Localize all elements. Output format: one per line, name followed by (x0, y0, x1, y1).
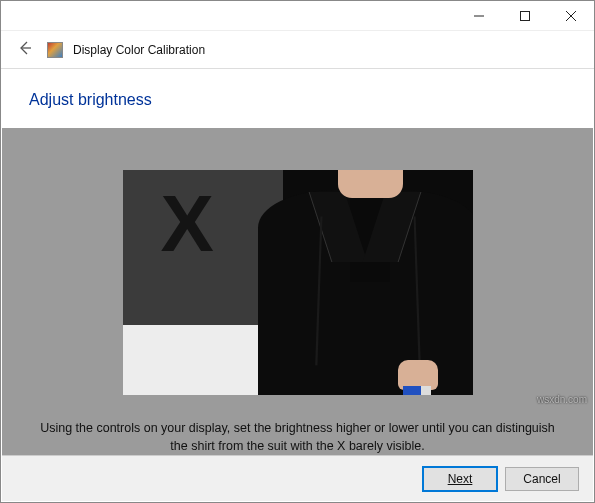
header-bar: Display Color Calibration (1, 31, 594, 69)
background-x-letter: X (161, 178, 210, 270)
window-titlebar (1, 1, 594, 31)
cancel-button[interactable]: Cancel (505, 467, 579, 491)
minimize-button[interactable] (456, 1, 502, 30)
suit-figure (248, 170, 473, 395)
back-arrow-icon[interactable] (13, 38, 37, 62)
content-area: Adjust brightness (1, 69, 594, 109)
svg-rect-1 (521, 11, 530, 20)
watermark-text: wsxdn.com (537, 394, 587, 405)
app-icon (47, 42, 63, 58)
next-button[interactable]: Next (423, 467, 497, 491)
close-button[interactable] (548, 1, 594, 30)
calibration-panel: X Using the controls on your display, se… (2, 128, 593, 455)
cancel-button-label: Cancel (523, 472, 560, 486)
maximize-button[interactable] (502, 1, 548, 30)
footer-bar: Next Cancel (2, 455, 593, 501)
calibration-sample-image: X (123, 170, 473, 395)
next-button-label: Next (448, 472, 473, 486)
page-heading: Adjust brightness (29, 91, 566, 109)
instruction-text: Using the controls on your display, set … (2, 419, 593, 455)
window-title: Display Color Calibration (73, 43, 205, 57)
